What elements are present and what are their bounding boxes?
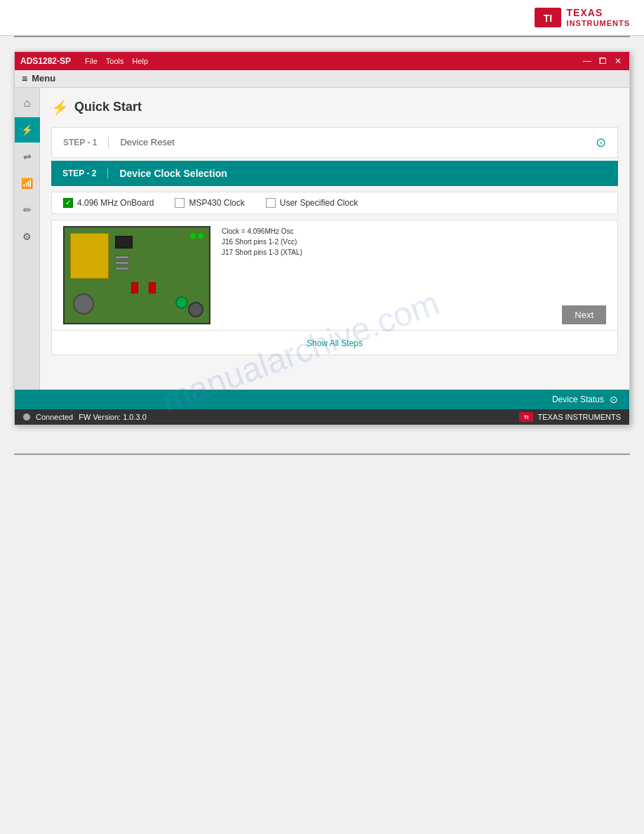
- bottom-separator: [14, 454, 630, 455]
- checkbox-msp430[interactable]: [175, 198, 185, 208]
- close-button[interactable]: ✕: [612, 56, 624, 66]
- pcb-led-green: [175, 296, 188, 309]
- clock-option-user: User Specified Clock: [266, 198, 358, 208]
- status-right: TI TEXAS INSTRUMENTS: [519, 412, 621, 422]
- status-ti-label: TEXAS INSTRUMENTS: [537, 413, 621, 421]
- pcb-components: [115, 256, 129, 270]
- pcb-leds: [190, 233, 203, 239]
- pcb-circle2: [188, 302, 203, 317]
- ti-logo: TI TEXAS INSTRUMENTS: [535, 7, 630, 28]
- device-status-bar: Device Status ⊙: [15, 390, 629, 409]
- app-title: ADS1282-SP: [20, 56, 71, 66]
- status-left: Connected FW Version: 1.0.3.0: [23, 413, 147, 421]
- ti-texas-label: TEXAS: [567, 7, 630, 19]
- step-2-label: STEP - 2: [62, 168, 96, 178]
- board-info-actions: Clock = 4.096MHz Osc J16 Short pins 1-2 …: [222, 226, 606, 324]
- sidebar: ⌂ ⚡ ⇌ 📶 ✏ ⚙: [15, 88, 40, 390]
- pcb-connector-red2: [149, 282, 156, 293]
- sidebar-item-connect[interactable]: ⚙: [15, 224, 40, 249]
- page-header: TI TEXAS INSTRUMENTS: [0, 0, 644, 36]
- clock-option-onboard: ✓ 4.096 MHz OnBoard: [63, 198, 154, 208]
- maximize-button[interactable]: ⧠: [597, 56, 608, 66]
- step-2-name: Device Clock Selection: [119, 168, 227, 179]
- svg-text:TI: TI: [543, 13, 551, 24]
- step-2-bar: STEP - 2 Device Clock Selection: [51, 161, 618, 186]
- sidebar-item-home[interactable]: ⌂: [15, 91, 40, 116]
- show-all-steps-bar: Show All Steps: [51, 331, 618, 355]
- minimize-button[interactable]: —: [582, 56, 593, 66]
- checkbox-onboard[interactable]: ✓: [63, 198, 73, 208]
- board-image: [63, 226, 210, 324]
- clock-options: ✓ 4.096 MHz OnBoard MSP430 Clock User Sp…: [51, 192, 618, 214]
- device-status-label: Device Status: [552, 395, 604, 404]
- main-content: ⚡ Quick Start STEP - 1 Device Reset ⊙: [40, 88, 629, 390]
- device-status-chevron[interactable]: ⊙: [610, 394, 618, 405]
- clock-option-msp430: MSP430 Clock: [175, 198, 244, 208]
- clock-option-onboard-label: 4.096 MHz OnBoard: [77, 198, 154, 208]
- step-1-label: STEP - 1: [63, 138, 97, 147]
- ti-instruments-label: INSTRUMENTS: [567, 19, 630, 28]
- svg-text:TI: TI: [524, 414, 529, 421]
- ti-logo-text: TEXAS INSTRUMENTS: [567, 7, 630, 28]
- next-button[interactable]: Next: [562, 305, 606, 324]
- pcb-circle: [73, 293, 94, 315]
- sidebar-item-settings[interactable]: ⇌: [15, 144, 40, 169]
- title-bar: ADS1282-SP File Tools Help — ⧠ ✕: [15, 52, 629, 70]
- app-window-wrapper: manualarchive.com ADS1282-SP File Tools …: [14, 51, 630, 425]
- step-1-name: Device Reset: [120, 137, 584, 147]
- status-connected: Connected: [36, 413, 73, 421]
- quick-start-title: ⚡ Quick Start: [51, 99, 618, 116]
- show-all-steps-link[interactable]: Show All Steps: [307, 338, 363, 348]
- board-info-line-2: J16 Short pins 1-2 (Vcc): [222, 237, 606, 247]
- title-bar-controls: — ⧠ ✕: [582, 56, 624, 66]
- menu-bar: ≡ Menu: [15, 70, 629, 88]
- board-area: Clock = 4.096MHz Osc J16 Short pins 1-2 …: [51, 220, 618, 331]
- menu-label: Menu: [32, 73, 55, 84]
- checkbox-user[interactable]: [266, 198, 276, 208]
- board-info-line-1: Clock = 4.096MHz Osc: [222, 226, 606, 237]
- menu-file[interactable]: File: [85, 57, 98, 65]
- step-2-divider: [107, 168, 108, 179]
- pcb-chip: [115, 236, 133, 249]
- menu-tools[interactable]: Tools: [106, 57, 124, 65]
- board-info-line-3: J17 Short pins 1-3 (XTAL): [222, 247, 606, 258]
- step-1-divider: [108, 137, 109, 148]
- sidebar-item-graph[interactable]: 📶: [15, 171, 40, 196]
- status-bar: Connected FW Version: 1.0.3.0 TI TEXAS I…: [15, 409, 629, 425]
- sidebar-item-quickstart[interactable]: ⚡: [15, 117, 40, 143]
- ti-logo-icon: TI: [535, 8, 561, 27]
- hamburger-icon[interactable]: ≡: [22, 73, 27, 84]
- clock-option-msp430-label: MSP430 Clock: [189, 198, 244, 208]
- step-1-chevron[interactable]: ⊙: [596, 135, 606, 150]
- app-content: ⌂ ⚡ ⇌ 📶 ✏ ⚙ ⚡ Quick Start: [15, 88, 629, 390]
- pcb-connector-red1: [131, 282, 138, 293]
- title-bar-menus: File Tools Help: [85, 57, 582, 65]
- status-ti-logo-icon: TI: [519, 412, 533, 422]
- clock-option-user-label: User Specified Clock: [280, 198, 358, 208]
- menu-help[interactable]: Help: [132, 57, 148, 65]
- lightning-icon: ⚡: [51, 99, 69, 116]
- board-info: Clock = 4.096MHz Osc J16 Short pins 1-2 …: [222, 226, 606, 305]
- quick-start-heading: Quick Start: [74, 100, 142, 114]
- step-1-bar: STEP - 1 Device Reset ⊙: [51, 127, 618, 158]
- next-button-area: Next: [222, 305, 606, 324]
- pcb-gold-block: [70, 233, 109, 279]
- sidebar-item-edit[interactable]: ✏: [15, 197, 40, 223]
- status-dot: [23, 413, 30, 421]
- status-fw-version: FW Version: 1.0.3.0: [79, 413, 147, 421]
- app-window: ADS1282-SP File Tools Help — ⧠ ✕ ≡ M: [14, 51, 630, 425]
- page-body: manualarchive.com ADS1282-SP File Tools …: [0, 37, 644, 439]
